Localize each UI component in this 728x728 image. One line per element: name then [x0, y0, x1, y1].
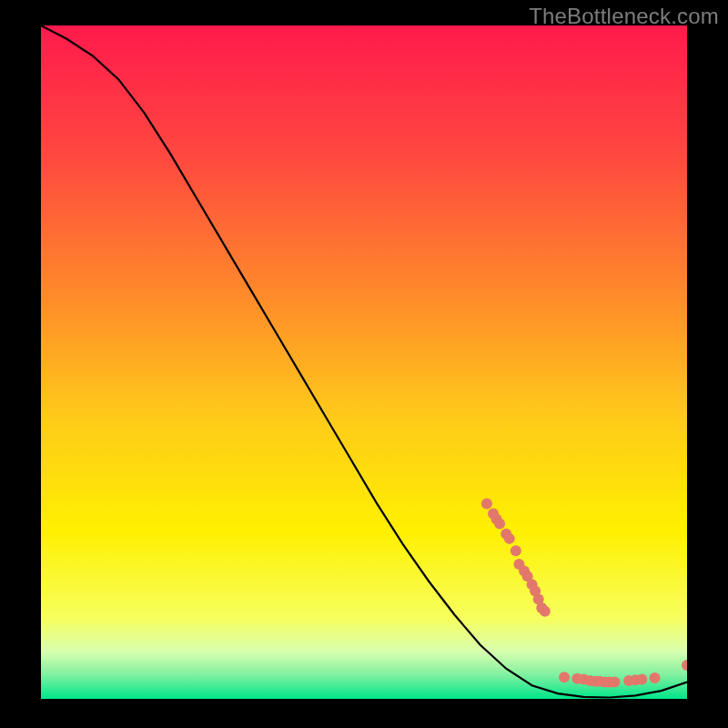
plot-area: [41, 25, 687, 699]
scatter-point: [650, 672, 661, 683]
scatter-point: [504, 533, 515, 544]
watermark-text: TheBottleneck.com: [529, 4, 719, 29]
scatter-point: [511, 545, 521, 556]
highlighted-points: [481, 498, 687, 687]
scatter-point: [636, 674, 647, 685]
chart-frame: TheBottleneck.com: [0, 0, 728, 728]
scatter-point: [682, 660, 687, 671]
chart-overlay: [41, 25, 687, 699]
scatter-point: [494, 519, 505, 530]
scatter-point: [559, 672, 570, 682]
scatter-point: [609, 677, 620, 688]
bottleneck-curve: [41, 25, 687, 698]
scatter-point: [481, 498, 492, 509]
scatter-point: [540, 606, 551, 617]
